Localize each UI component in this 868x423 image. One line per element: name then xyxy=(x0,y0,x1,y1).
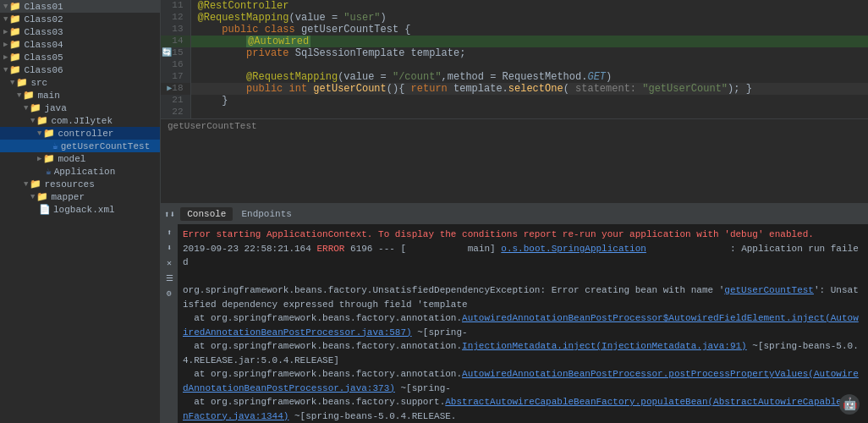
folder-icon: 📁 xyxy=(9,39,21,50)
expand-icon: ▼ xyxy=(24,104,28,113)
line-number: 17 xyxy=(161,71,190,83)
sidebar-item-class04[interactable]: ▶ 📁 Class04 xyxy=(0,38,160,51)
sidebar-item-class01[interactable]: ▼ 📁 Class01 xyxy=(0,0,160,13)
line-number: 11 xyxy=(161,0,190,12)
sidebar-item-java[interactable]: ▼ 📁 java xyxy=(0,102,160,114)
sidebar-item-main[interactable]: ▼ 📁 main xyxy=(0,89,160,102)
sidebar-item-class06[interactable]: ▼ 📁 Class06 xyxy=(0,63,160,76)
sidebar-label: resources xyxy=(44,179,94,190)
code-line-14: 14 @Autowired xyxy=(161,36,868,47)
expand-icon: ▶ xyxy=(37,154,41,163)
console-line-at1: at org.springframework.beans.factory.ann… xyxy=(183,311,863,339)
line-number: ▶18 xyxy=(161,83,190,95)
line-content: private SqlSessionTemplate template; xyxy=(190,47,868,59)
sidebar-label: com.JIlytek xyxy=(51,116,113,126)
settings-icon[interactable]: ⚙ xyxy=(167,288,172,299)
sidebar-label: Class04 xyxy=(24,40,63,50)
expand-icon: ▼ xyxy=(10,79,14,87)
link-at4[interactable]: AbstractAutowireCapableBeanFactory.popul… xyxy=(183,397,859,421)
sidebar-label: Class06 xyxy=(24,65,63,75)
sidebar-item-getusercount[interactable]: ☕ getUserCountTest xyxy=(0,140,160,152)
sidebar-label: controller xyxy=(58,129,113,139)
code-editor[interactable]: 11 @RestController 12 @RequestMapping(va… xyxy=(161,0,868,203)
code-line-21: 21 } xyxy=(161,95,868,107)
folder-icon: 📁 xyxy=(30,179,41,190)
sidebar-label: logback.xml xyxy=(53,205,115,215)
line-number: 13 xyxy=(161,24,190,36)
line-content: @RestController xyxy=(190,0,868,12)
expand-icon: ▼ xyxy=(24,180,28,189)
folder-icon: 📁 xyxy=(43,153,55,164)
java-icon: ☕ xyxy=(46,166,52,177)
folder-icon: 📁 xyxy=(9,1,21,12)
folder-icon: 📁 xyxy=(43,128,55,139)
line-content: public class getUserCountTest { xyxy=(190,24,868,36)
sidebar-item-resources[interactable]: ▼ 📁 resources xyxy=(0,178,160,190)
expand-icon: ▶ xyxy=(3,40,8,49)
java-icon: ☕ xyxy=(52,140,58,151)
folder-icon: 📁 xyxy=(16,77,28,88)
sidebar-item-class02[interactable]: ▼ 📁 Class02 xyxy=(0,13,160,25)
sidebar-label: src xyxy=(30,78,47,88)
sidebar-item-model[interactable]: ▶ 📁 model xyxy=(0,152,160,165)
sidebar-item-class05[interactable]: ▶ 📁 Class05 xyxy=(0,51,160,63)
sidebar-item-class03[interactable]: ▶ 📁 Class03 xyxy=(0,25,160,38)
sidebar-item-mapper[interactable]: ▼ 📁 mapper xyxy=(0,190,160,203)
code-line-15: 🔄15 private SqlSessionTemplate template; xyxy=(161,47,868,59)
line-content: @RequestMapping(value = "user") xyxy=(190,12,868,24)
tab-endpoints[interactable]: Endpoints xyxy=(234,207,298,221)
sidebar-label: main xyxy=(37,91,59,101)
bottom-panel: ⬆⬇ Console Endpoints ⬆ ⬇ ✕ ☰ ⚙ Error sta… xyxy=(161,203,868,423)
line-content xyxy=(190,59,868,71)
link-at3[interactable]: AutowiredAnnotationBeanPostProcessor.pos… xyxy=(183,369,859,393)
sidebar-label: Class02 xyxy=(24,14,63,25)
link-at1[interactable]: AutowiredAnnotationBeanPostProcessor$Aut… xyxy=(183,313,859,338)
scroll-up-icon[interactable]: ⬆ xyxy=(167,228,172,238)
code-line-22: 22 xyxy=(161,107,868,118)
sidebar-item-application[interactable]: ☕ Application xyxy=(0,165,160,178)
console-line-at4: at org.springframework.beans.factory.sup… xyxy=(183,395,863,423)
line-content: @Autowired xyxy=(190,36,868,47)
sidebar-label: Class03 xyxy=(24,27,63,37)
bottom-content-row: ⬆ ⬇ ✕ ☰ ⚙ Error starting ApplicationCont… xyxy=(161,224,868,423)
sidebar-item-src[interactable]: ▼ 📁 src xyxy=(0,76,160,89)
folder-icon: 📁 xyxy=(36,115,48,126)
console-line-exception: org.springframework.beans.factory.Unsati… xyxy=(183,283,863,311)
console-line-blank xyxy=(183,270,863,284)
sidebar-item-controller[interactable]: ▼ 📁 controller xyxy=(0,127,160,140)
sidebar-item-logback[interactable]: 📄 logback.xml xyxy=(0,203,160,216)
file-name-bar: getUserCountTest xyxy=(161,118,868,133)
sidebar-item-comjilytek[interactable]: ▼ 📁 com.JIlytek xyxy=(0,114,160,127)
expand-icon: ▼ xyxy=(3,15,8,24)
console-line-at3: at org.springframework.beans.factory.ann… xyxy=(183,367,863,395)
bean-link[interactable]: getUserCountTest xyxy=(724,285,814,295)
console-line-2: 2019-09-23 22:58:21.164 ERROR 6196 --- [… xyxy=(183,242,863,270)
line-number: 16 xyxy=(161,59,190,71)
expand-icon: ▼ xyxy=(30,117,35,125)
folder-icon: 📁 xyxy=(36,191,48,202)
code-line-16: 16 xyxy=(161,59,868,71)
code-line-12: 12 @RequestMapping(value = "user") xyxy=(161,12,868,24)
expand-icon: ▼ xyxy=(30,193,35,201)
line-content: public int getUserCount(){ return templa… xyxy=(190,83,868,95)
expand-icon: ▶ xyxy=(3,27,8,36)
sidebar-label: Class05 xyxy=(24,52,63,63)
assistant-button[interactable]: 🤖 xyxy=(839,394,860,415)
filter-icon[interactable]: ☰ xyxy=(166,273,173,283)
code-line-11: 11 @RestController xyxy=(161,0,868,12)
main-container: ▼ 📁 Class01 ▼ 📁 Class02 ▶ 📁 Class03 ▶ 📁 … xyxy=(0,0,868,423)
folder-icon: 📁 xyxy=(9,14,21,25)
folder-icon: 📁 xyxy=(9,52,21,63)
scroll-down-icon[interactable]: ⬇ xyxy=(167,243,172,253)
code-table: 11 @RestController 12 @RequestMapping(va… xyxy=(161,0,868,118)
link-at2[interactable]: InjectionMetadata.inject(InjectionMetada… xyxy=(462,341,747,351)
sidebar-label: getUserCountTest xyxy=(61,141,151,151)
spring-app-link[interactable]: o.s.boot.SpringApplication xyxy=(501,244,646,254)
console-output: Error starting ApplicationContext. To di… xyxy=(178,224,868,423)
folder-icon: 📁 xyxy=(9,26,21,37)
folder-icon: 📁 xyxy=(9,64,21,75)
tab-console[interactable]: Console xyxy=(180,207,233,221)
clear-icon[interactable]: ✕ xyxy=(167,258,172,268)
line-number: 22 xyxy=(161,107,190,118)
xml-icon: 📄 xyxy=(39,204,51,215)
